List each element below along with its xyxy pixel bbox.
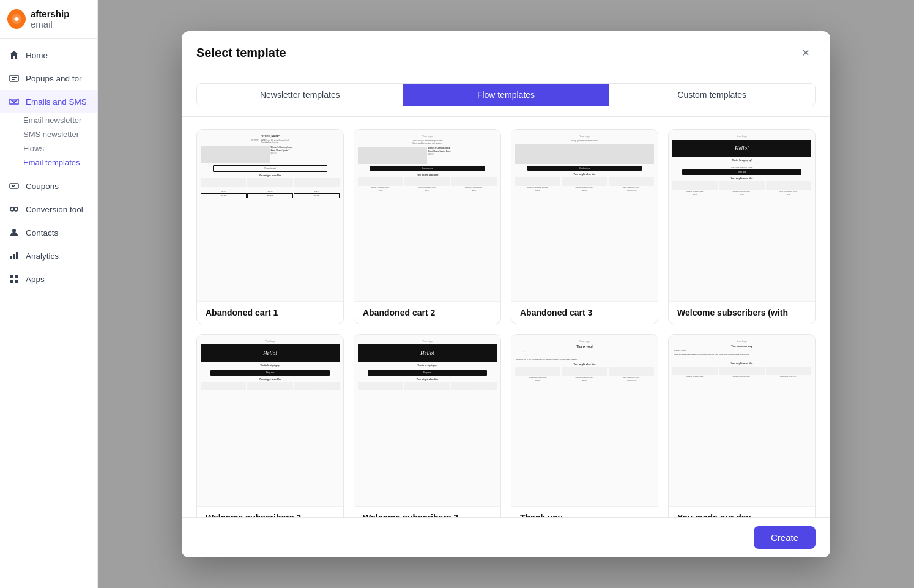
sidebar-navigation: Home Popups and for Emails and SMS Email… [0,39,97,588]
sidebar-item-home[interactable]: Home [0,43,97,67]
svg-rect-17 [15,280,18,283]
sidebar-item-emails-label: Emails and SMS [26,97,87,106]
template-preview-6: Your logo Hello! Thanks for signing up! … [354,335,500,506]
template-name-2: Abandoned cart 2 [354,301,500,324]
apps-icon [9,274,20,285]
sidebar-item-apps[interactable]: Apps [0,267,97,291]
svg-rect-15 [15,275,18,278]
template-name-6: Welcome subscribers 3 [354,506,500,517]
sidebar-item-analytics[interactable]: Analytics [0,244,97,267]
svg-rect-11 [10,256,12,259]
template-card-5[interactable]: Your logo Hello! Thanks for signing up! … [196,334,344,517]
svg-rect-14 [10,275,13,278]
modal-header: Select template × [182,31,830,73]
sidebar-item-coupons[interactable]: Coupons [0,174,97,198]
template-name-7: Thank you [511,506,658,517]
svg-point-6 [12,185,13,187]
sidebar-item-popups-label: Popups and for [26,74,82,83]
template-preview-3: Your logo Hurry, your cart will expire s… [511,130,658,301]
template-card-7[interactable]: Your logo Thank you! Hi "FIRST_NAME",The… [511,334,658,517]
template-preview-4: Your logo Hello! Thanks for signing up! … [669,130,815,301]
svg-rect-12 [13,254,15,259]
contacts-icon [9,227,20,238]
svg-line-7 [13,185,15,187]
sidebar-item-apps-label: Apps [26,275,45,284]
sidebar-item-conversion-tool[interactable]: Conversion tool [0,198,97,221]
template-name-5: Welcome subscribers 2 [197,506,343,517]
template-tabs-container: Newsletter templates Flow templates Cust… [182,73,830,117]
tab-newsletter[interactable]: Newsletter templates [197,84,403,106]
template-name-4: Welcome subscribers (with [669,301,815,324]
sidebar-item-coupons-label: Coupons [26,182,59,191]
sidebar-item-analytics-label: Analytics [26,251,59,261]
sidebar-item-emails[interactable]: Emails and SMS [0,90,97,113]
modal-close-button[interactable]: × [796,43,816,63]
conversion-icon [9,204,20,215]
app-logo: aftership email [0,0,97,39]
home-icon [9,50,20,61]
select-template-modal: Select template × Newsletter templates F… [182,31,830,557]
svg-rect-2 [12,77,17,78]
template-name-8: You made our day [669,506,815,517]
sidebar-sub-sms-newsletter[interactable]: SMS newsletter [0,127,97,141]
sidebar-item-contacts-label: Contacts [26,228,58,237]
tab-flow[interactable]: Flow templates [403,84,609,106]
coupons-icon [9,180,20,192]
template-card-3[interactable]: Your logo Hurry, your cart will expire s… [511,129,658,324]
logo-icon [7,9,26,29]
template-preview-1: "STORE_NAME" Hi "FIRST_NAME", you left s… [197,130,343,301]
modal-title: Select template [196,46,286,60]
template-name-1: Abandoned cart 1 [197,301,343,324]
sidebar-item-contacts[interactable]: Contacts [0,221,97,244]
analytics-icon [9,250,20,261]
svg-rect-16 [10,280,13,283]
template-card-6[interactable]: Your logo Hello! Thanks for signing up! … [354,334,501,517]
sidebar-sub-email-newsletter[interactable]: Email newsletter [0,113,97,127]
popups-icon [9,73,20,84]
sidebar-item-popups[interactable]: Popups and for [0,67,97,90]
svg-rect-3 [12,79,15,80]
template-card-4[interactable]: Your logo Hello! Thanks for signing up! … [668,129,816,324]
sidebar-sub-flows[interactable]: Flows [0,141,97,155]
tab-group: Newsletter templates Flow templates Cust… [196,83,816,106]
svg-rect-1 [10,75,18,81]
modal-footer: Create [182,517,830,557]
template-card-1[interactable]: "STORE_NAME" Hi "FIRST_NAME", you left s… [196,129,344,324]
sidebar-sub-email-templates[interactable]: Email templates [0,155,97,169]
main-content: Select template × Newsletter templates F… [98,0,914,588]
svg-point-9 [14,207,18,211]
modal-body: "STORE_NAME" Hi "FIRST_NAME", you left s… [182,117,830,517]
tab-custom[interactable]: Custom templates [609,84,815,106]
svg-point-8 [10,207,14,211]
svg-rect-13 [16,252,18,259]
sidebar-item-conversion-label: Conversion tool [26,205,83,214]
template-preview-8: Your logo You made our day Hi "FIRST_NAM… [669,335,815,506]
template-preview-2: Your logo It looks like you didn't finis… [354,130,500,301]
template-preview-5: Your logo Hello! Thanks for signing up! … [197,335,343,506]
template-grid: "STORE_NAME" Hi "FIRST_NAME", you left s… [196,129,816,517]
template-preview-7: Your logo Thank you! Hi "FIRST_NAME",The… [511,335,658,506]
template-card-2[interactable]: Your logo It looks like you didn't finis… [354,129,501,324]
create-button[interactable]: Create [754,526,816,549]
template-card-8[interactable]: Your logo You made our day Hi "FIRST_NAM… [668,334,816,517]
logo-text: aftership email [31,9,90,29]
sidebar: aftership email Home Popups and for Emai… [0,0,98,588]
sidebar-item-home-label: Home [26,51,48,60]
template-name-3: Abandoned cart 3 [511,301,658,324]
emails-icon [9,96,20,107]
